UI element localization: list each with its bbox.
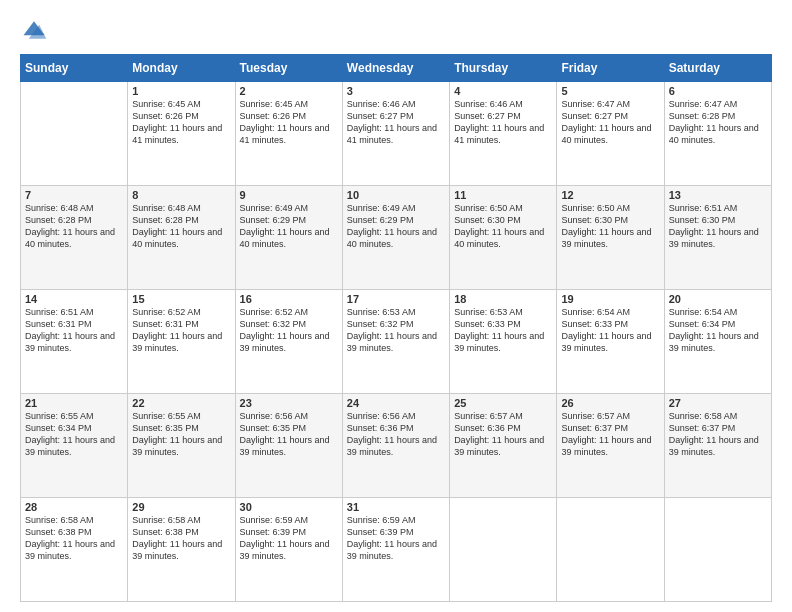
logo-icon (20, 16, 48, 44)
calendar-day-cell: 13Sunrise: 6:51 AM Sunset: 6:30 PM Dayli… (664, 186, 771, 290)
calendar-day-cell: 26Sunrise: 6:57 AM Sunset: 6:37 PM Dayli… (557, 394, 664, 498)
calendar-day-cell: 21Sunrise: 6:55 AM Sunset: 6:34 PM Dayli… (21, 394, 128, 498)
day-number: 14 (25, 293, 123, 305)
calendar-day-cell: 25Sunrise: 6:57 AM Sunset: 6:36 PM Dayli… (450, 394, 557, 498)
day-number: 22 (132, 397, 230, 409)
weekday-header: Saturday (664, 55, 771, 82)
calendar-day-cell: 16Sunrise: 6:52 AM Sunset: 6:32 PM Dayli… (235, 290, 342, 394)
calendar-week-row: 7Sunrise: 6:48 AM Sunset: 6:28 PM Daylig… (21, 186, 772, 290)
calendar-day-cell: 31Sunrise: 6:59 AM Sunset: 6:39 PM Dayli… (342, 498, 449, 602)
day-number: 9 (240, 189, 338, 201)
day-number: 11 (454, 189, 552, 201)
day-info: Sunrise: 6:54 AM Sunset: 6:34 PM Dayligh… (669, 306, 767, 355)
calendar-day-cell: 4Sunrise: 6:46 AM Sunset: 6:27 PM Daylig… (450, 82, 557, 186)
day-number: 2 (240, 85, 338, 97)
calendar-day-cell: 29Sunrise: 6:58 AM Sunset: 6:38 PM Dayli… (128, 498, 235, 602)
calendar-week-row: 28Sunrise: 6:58 AM Sunset: 6:38 PM Dayli… (21, 498, 772, 602)
calendar-week-row: 14Sunrise: 6:51 AM Sunset: 6:31 PM Dayli… (21, 290, 772, 394)
day-info: Sunrise: 6:56 AM Sunset: 6:35 PM Dayligh… (240, 410, 338, 459)
day-info: Sunrise: 6:54 AM Sunset: 6:33 PM Dayligh… (561, 306, 659, 355)
day-info: Sunrise: 6:58 AM Sunset: 6:38 PM Dayligh… (132, 514, 230, 563)
day-number: 20 (669, 293, 767, 305)
day-number: 19 (561, 293, 659, 305)
calendar-day-cell: 10Sunrise: 6:49 AM Sunset: 6:29 PM Dayli… (342, 186, 449, 290)
day-info: Sunrise: 6:49 AM Sunset: 6:29 PM Dayligh… (240, 202, 338, 251)
day-info: Sunrise: 6:55 AM Sunset: 6:35 PM Dayligh… (132, 410, 230, 459)
day-info: Sunrise: 6:59 AM Sunset: 6:39 PM Dayligh… (347, 514, 445, 563)
day-info: Sunrise: 6:49 AM Sunset: 6:29 PM Dayligh… (347, 202, 445, 251)
day-info: Sunrise: 6:46 AM Sunset: 6:27 PM Dayligh… (454, 98, 552, 147)
day-info: Sunrise: 6:52 AM Sunset: 6:32 PM Dayligh… (240, 306, 338, 355)
day-number: 21 (25, 397, 123, 409)
day-number: 5 (561, 85, 659, 97)
weekday-header: Wednesday (342, 55, 449, 82)
day-number: 17 (347, 293, 445, 305)
day-number: 8 (132, 189, 230, 201)
calendar-day-cell: 17Sunrise: 6:53 AM Sunset: 6:32 PM Dayli… (342, 290, 449, 394)
day-info: Sunrise: 6:57 AM Sunset: 6:36 PM Dayligh… (454, 410, 552, 459)
calendar-day-cell: 9Sunrise: 6:49 AM Sunset: 6:29 PM Daylig… (235, 186, 342, 290)
calendar-day-cell: 3Sunrise: 6:46 AM Sunset: 6:27 PM Daylig… (342, 82, 449, 186)
calendar-day-cell: 24Sunrise: 6:56 AM Sunset: 6:36 PM Dayli… (342, 394, 449, 498)
calendar-day-cell (21, 82, 128, 186)
weekday-header: Sunday (21, 55, 128, 82)
calendar-day-cell (557, 498, 664, 602)
day-number: 6 (669, 85, 767, 97)
calendar-day-cell: 20Sunrise: 6:54 AM Sunset: 6:34 PM Dayli… (664, 290, 771, 394)
day-info: Sunrise: 6:45 AM Sunset: 6:26 PM Dayligh… (240, 98, 338, 147)
logo (20, 16, 52, 44)
day-number: 26 (561, 397, 659, 409)
day-number: 7 (25, 189, 123, 201)
calendar-day-cell (450, 498, 557, 602)
day-number: 28 (25, 501, 123, 513)
calendar-day-cell: 23Sunrise: 6:56 AM Sunset: 6:35 PM Dayli… (235, 394, 342, 498)
day-info: Sunrise: 6:58 AM Sunset: 6:38 PM Dayligh… (25, 514, 123, 563)
day-info: Sunrise: 6:50 AM Sunset: 6:30 PM Dayligh… (454, 202, 552, 251)
day-info: Sunrise: 6:53 AM Sunset: 6:32 PM Dayligh… (347, 306, 445, 355)
calendar-page: SundayMondayTuesdayWednesdayThursdayFrid… (0, 0, 792, 612)
day-number: 1 (132, 85, 230, 97)
weekday-header: Thursday (450, 55, 557, 82)
day-number: 31 (347, 501, 445, 513)
day-number: 30 (240, 501, 338, 513)
day-info: Sunrise: 6:48 AM Sunset: 6:28 PM Dayligh… (132, 202, 230, 251)
day-info: Sunrise: 6:57 AM Sunset: 6:37 PM Dayligh… (561, 410, 659, 459)
calendar-day-cell: 30Sunrise: 6:59 AM Sunset: 6:39 PM Dayli… (235, 498, 342, 602)
day-info: Sunrise: 6:56 AM Sunset: 6:36 PM Dayligh… (347, 410, 445, 459)
day-info: Sunrise: 6:47 AM Sunset: 6:27 PM Dayligh… (561, 98, 659, 147)
day-info: Sunrise: 6:58 AM Sunset: 6:37 PM Dayligh… (669, 410, 767, 459)
calendar-day-cell: 22Sunrise: 6:55 AM Sunset: 6:35 PM Dayli… (128, 394, 235, 498)
day-number: 18 (454, 293, 552, 305)
calendar-day-cell: 12Sunrise: 6:50 AM Sunset: 6:30 PM Dayli… (557, 186, 664, 290)
calendar-day-cell: 19Sunrise: 6:54 AM Sunset: 6:33 PM Dayli… (557, 290, 664, 394)
weekday-header: Friday (557, 55, 664, 82)
calendar-day-cell: 5Sunrise: 6:47 AM Sunset: 6:27 PM Daylig… (557, 82, 664, 186)
day-info: Sunrise: 6:45 AM Sunset: 6:26 PM Dayligh… (132, 98, 230, 147)
calendar-day-cell: 6Sunrise: 6:47 AM Sunset: 6:28 PM Daylig… (664, 82, 771, 186)
calendar-day-cell: 15Sunrise: 6:52 AM Sunset: 6:31 PM Dayli… (128, 290, 235, 394)
page-header (20, 16, 772, 44)
weekday-header: Monday (128, 55, 235, 82)
calendar-day-cell: 2Sunrise: 6:45 AM Sunset: 6:26 PM Daylig… (235, 82, 342, 186)
calendar-day-cell: 7Sunrise: 6:48 AM Sunset: 6:28 PM Daylig… (21, 186, 128, 290)
day-info: Sunrise: 6:52 AM Sunset: 6:31 PM Dayligh… (132, 306, 230, 355)
day-number: 10 (347, 189, 445, 201)
calendar-day-cell (664, 498, 771, 602)
calendar-day-cell: 11Sunrise: 6:50 AM Sunset: 6:30 PM Dayli… (450, 186, 557, 290)
day-info: Sunrise: 6:47 AM Sunset: 6:28 PM Dayligh… (669, 98, 767, 147)
day-info: Sunrise: 6:46 AM Sunset: 6:27 PM Dayligh… (347, 98, 445, 147)
day-number: 23 (240, 397, 338, 409)
day-number: 4 (454, 85, 552, 97)
calendar-day-cell: 27Sunrise: 6:58 AM Sunset: 6:37 PM Dayli… (664, 394, 771, 498)
calendar-week-row: 21Sunrise: 6:55 AM Sunset: 6:34 PM Dayli… (21, 394, 772, 498)
day-number: 12 (561, 189, 659, 201)
day-number: 27 (669, 397, 767, 409)
calendar-day-cell: 14Sunrise: 6:51 AM Sunset: 6:31 PM Dayli… (21, 290, 128, 394)
day-number: 15 (132, 293, 230, 305)
day-info: Sunrise: 6:59 AM Sunset: 6:39 PM Dayligh… (240, 514, 338, 563)
calendar-day-cell: 18Sunrise: 6:53 AM Sunset: 6:33 PM Dayli… (450, 290, 557, 394)
day-info: Sunrise: 6:50 AM Sunset: 6:30 PM Dayligh… (561, 202, 659, 251)
day-number: 29 (132, 501, 230, 513)
calendar-header-row: SundayMondayTuesdayWednesdayThursdayFrid… (21, 55, 772, 82)
calendar-table: SundayMondayTuesdayWednesdayThursdayFrid… (20, 54, 772, 602)
